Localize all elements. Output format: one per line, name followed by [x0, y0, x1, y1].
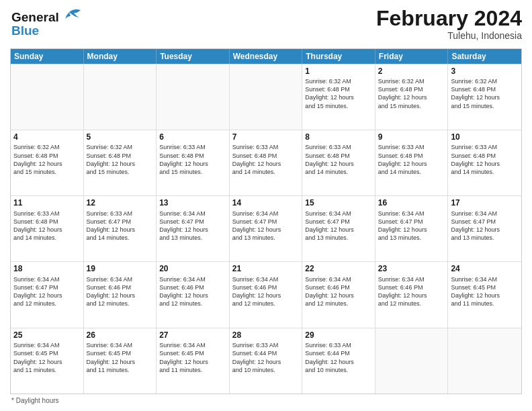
- day-info: Sunrise: 6:34 AM Sunset: 6:46 PM Dayligh…: [378, 275, 445, 308]
- calendar-cell: 19Sunrise: 6:34 AM Sunset: 6:46 PM Dayli…: [84, 262, 157, 327]
- calendar-cell: 25Sunrise: 6:34 AM Sunset: 6:45 PM Dayli…: [11, 328, 84, 394]
- day-number: 27: [159, 330, 226, 341]
- page: General Blue February 2024 Tulehu, Indon…: [0, 0, 532, 411]
- calendar-cell: 15Sunrise: 6:34 AM Sunset: 6:47 PM Dayli…: [302, 196, 375, 261]
- calendar-header: SundayMondayTuesdayWednesdayThursdayFrid…: [11, 49, 521, 64]
- day-info: Sunrise: 6:33 AM Sunset: 6:48 PM Dayligh…: [451, 143, 519, 176]
- calendar-cell: 16Sunrise: 6:34 AM Sunset: 6:47 PM Dayli…: [375, 196, 449, 261]
- day-info: Sunrise: 6:34 AM Sunset: 6:45 PM Dayligh…: [13, 341, 81, 374]
- calendar-cell: 22Sunrise: 6:34 AM Sunset: 6:46 PM Dayli…: [302, 262, 375, 327]
- day-number: 14: [232, 198, 300, 209]
- day-info: Sunrise: 6:34 AM Sunset: 6:47 PM Dayligh…: [232, 210, 300, 242]
- day-number: 21: [232, 264, 300, 275]
- calendar-cell: [448, 328, 521, 394]
- day-info: Sunrise: 6:34 AM Sunset: 6:45 PM Dayligh…: [87, 341, 154, 374]
- calendar-cell: 4Sunrise: 6:32 AM Sunset: 6:48 PM Daylig…: [11, 130, 84, 195]
- day-number: 8: [305, 132, 372, 143]
- day-number: 12: [87, 198, 154, 209]
- logo: General Blue: [10, 7, 84, 43]
- calendar-cell: [375, 328, 449, 394]
- day-info: Sunrise: 6:32 AM Sunset: 6:48 PM Dayligh…: [13, 143, 81, 176]
- day-number: 26: [87, 330, 154, 341]
- day-info: Sunrise: 6:34 AM Sunset: 6:46 PM Dayligh…: [232, 275, 300, 308]
- day-number: 28: [232, 330, 300, 341]
- calendar-cell: [11, 64, 84, 130]
- day-info: Sunrise: 6:34 AM Sunset: 6:47 PM Dayligh…: [451, 210, 519, 242]
- calendar-cell: 20Sunrise: 6:34 AM Sunset: 6:46 PM Dayli…: [157, 262, 230, 327]
- calendar-cell: 24Sunrise: 6:34 AM Sunset: 6:45 PM Dayli…: [448, 262, 521, 327]
- calendar-cell: 9Sunrise: 6:33 AM Sunset: 6:48 PM Daylig…: [375, 130, 449, 195]
- day-info: Sunrise: 6:34 AM Sunset: 6:47 PM Dayligh…: [159, 210, 226, 242]
- day-number: 24: [451, 264, 519, 275]
- calendar-cell: 23Sunrise: 6:34 AM Sunset: 6:46 PM Dayli…: [375, 262, 449, 327]
- calendar-cell: 29Sunrise: 6:33 AM Sunset: 6:44 PM Dayli…: [302, 328, 375, 394]
- calendar-cell: 21Sunrise: 6:34 AM Sunset: 6:46 PM Dayli…: [230, 262, 303, 327]
- day-number: 4: [13, 132, 81, 143]
- title-block: February 2024 Tulehu, Indonesia: [376, 7, 522, 41]
- day-info: Sunrise: 6:33 AM Sunset: 6:44 PM Dayligh…: [232, 341, 300, 374]
- day-number: 1: [305, 66, 372, 77]
- day-info: Sunrise: 6:32 AM Sunset: 6:48 PM Dayligh…: [451, 77, 519, 110]
- calendar-week-3: 11Sunrise: 6:33 AM Sunset: 6:48 PM Dayli…: [11, 195, 521, 261]
- day-info: Sunrise: 6:34 AM Sunset: 6:47 PM Dayligh…: [378, 210, 445, 242]
- day-info: Sunrise: 6:34 AM Sunset: 6:45 PM Dayligh…: [451, 275, 519, 308]
- calendar-week-2: 4Sunrise: 6:32 AM Sunset: 6:48 PM Daylig…: [11, 130, 521, 195]
- svg-text:General: General: [11, 10, 59, 24]
- day-info: Sunrise: 6:33 AM Sunset: 6:48 PM Dayligh…: [159, 143, 226, 176]
- calendar-cell: 3Sunrise: 6:32 AM Sunset: 6:48 PM Daylig…: [448, 64, 521, 130]
- day-info: Sunrise: 6:33 AM Sunset: 6:48 PM Dayligh…: [232, 143, 300, 176]
- calendar-cell: 6Sunrise: 6:33 AM Sunset: 6:48 PM Daylig…: [157, 130, 230, 195]
- calendar-cell: [230, 64, 303, 130]
- calendar-cell: 11Sunrise: 6:33 AM Sunset: 6:48 PM Dayli…: [11, 196, 84, 261]
- calendar-week-5: 25Sunrise: 6:34 AM Sunset: 6:45 PM Dayli…: [11, 328, 521, 394]
- calendar-cell: 27Sunrise: 6:34 AM Sunset: 6:45 PM Dayli…: [157, 328, 230, 394]
- calendar-cell: 10Sunrise: 6:33 AM Sunset: 6:48 PM Dayli…: [448, 130, 521, 195]
- logo-text: General Blue: [10, 7, 84, 43]
- calendar: SundayMondayTuesdayWednesdayThursdayFrid…: [10, 48, 522, 394]
- day-number: 3: [451, 66, 519, 77]
- header-day-tuesday: Tuesday: [157, 49, 230, 64]
- day-info: Sunrise: 6:34 AM Sunset: 6:45 PM Dayligh…: [159, 341, 226, 374]
- calendar-cell: 28Sunrise: 6:33 AM Sunset: 6:44 PM Dayli…: [230, 328, 303, 394]
- header-day-thursday: Thursday: [302, 49, 375, 64]
- day-number: 13: [159, 198, 226, 209]
- calendar-cell: 8Sunrise: 6:33 AM Sunset: 6:48 PM Daylig…: [302, 130, 375, 195]
- day-number: 23: [378, 264, 445, 275]
- day-info: Sunrise: 6:34 AM Sunset: 6:46 PM Dayligh…: [305, 275, 372, 308]
- day-number: 10: [451, 132, 519, 143]
- calendar-cell: 18Sunrise: 6:34 AM Sunset: 6:47 PM Dayli…: [11, 262, 84, 327]
- day-info: Sunrise: 6:33 AM Sunset: 6:47 PM Dayligh…: [87, 210, 154, 242]
- day-number: 22: [305, 264, 372, 275]
- calendar-cell: [157, 64, 230, 130]
- day-number: 9: [378, 132, 445, 143]
- day-number: 6: [159, 132, 226, 143]
- day-number: 17: [451, 198, 519, 209]
- day-info: Sunrise: 6:34 AM Sunset: 6:47 PM Dayligh…: [305, 210, 372, 242]
- calendar-cell: 12Sunrise: 6:33 AM Sunset: 6:47 PM Dayli…: [84, 196, 157, 261]
- day-info: Sunrise: 6:33 AM Sunset: 6:48 PM Dayligh…: [305, 143, 372, 176]
- calendar-cell: [84, 64, 157, 130]
- header-day-saturday: Saturday: [448, 49, 521, 64]
- calendar-title: February 2024: [376, 7, 522, 30]
- calendar-cell: 17Sunrise: 6:34 AM Sunset: 6:47 PM Dayli…: [448, 196, 521, 261]
- svg-text:Blue: Blue: [11, 24, 39, 38]
- calendar-subtitle: Tulehu, Indonesia: [376, 30, 522, 41]
- calendar-cell: 2Sunrise: 6:32 AM Sunset: 6:48 PM Daylig…: [375, 64, 449, 130]
- calendar-week-4: 18Sunrise: 6:34 AM Sunset: 6:47 PM Dayli…: [11, 261, 521, 327]
- day-number: 29: [305, 330, 372, 341]
- calendar-week-1: 1Sunrise: 6:32 AM Sunset: 6:48 PM Daylig…: [11, 64, 521, 130]
- header-day-wednesday: Wednesday: [230, 49, 303, 64]
- day-info: Sunrise: 6:34 AM Sunset: 6:46 PM Dayligh…: [159, 275, 226, 308]
- day-info: Sunrise: 6:33 AM Sunset: 6:44 PM Dayligh…: [305, 341, 372, 374]
- header: General Blue February 2024 Tulehu, Indon…: [10, 7, 522, 43]
- day-number: 19: [87, 264, 154, 275]
- day-number: 20: [159, 264, 226, 275]
- day-number: 5: [87, 132, 154, 143]
- header-day-sunday: Sunday: [11, 49, 84, 64]
- calendar-cell: 5Sunrise: 6:32 AM Sunset: 6:48 PM Daylig…: [84, 130, 157, 195]
- calendar-cell: 7Sunrise: 6:33 AM Sunset: 6:48 PM Daylig…: [230, 130, 303, 195]
- calendar-cell: 13Sunrise: 6:34 AM Sunset: 6:47 PM Dayli…: [157, 196, 230, 261]
- day-number: 25: [13, 330, 81, 341]
- day-number: 7: [232, 132, 300, 143]
- header-day-friday: Friday: [375, 49, 449, 64]
